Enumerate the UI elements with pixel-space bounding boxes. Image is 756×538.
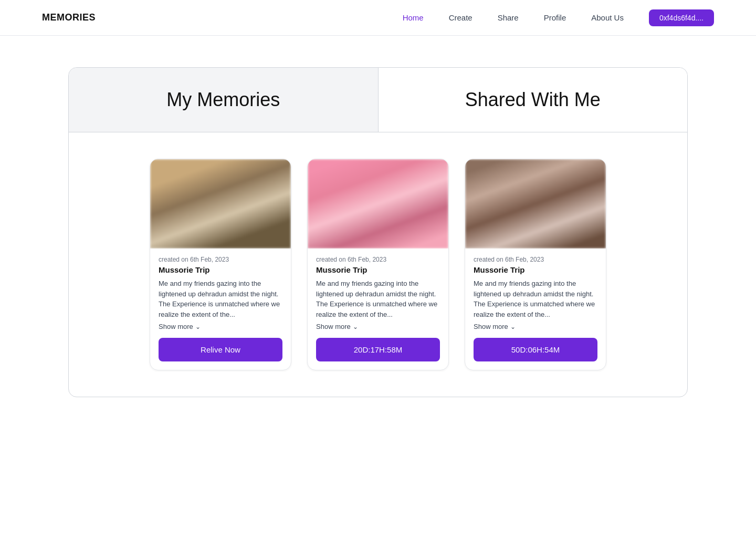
countdown-button-2[interactable]: 20D:17H:58M: [316, 338, 440, 361]
card-body-1: created on 6th Feb, 2023 Mussorie Trip M…: [150, 249, 291, 370]
wallet-button[interactable]: 0xf4ds6f4d....: [649, 9, 714, 26]
navbar: MEMORIES Home Create Share Profile About…: [0, 0, 756, 36]
card-image-wrapper-2: [308, 159, 448, 249]
card-image-1: [150, 159, 291, 249]
card-image-wrapper-3: [465, 159, 606, 249]
main-content: My Memories Shared With Me created on 6t…: [0, 36, 756, 439]
tabs-header: My Memories Shared With Me: [69, 68, 687, 132]
nav-link-profile[interactable]: Profile: [544, 13, 566, 22]
card-title-3: Mussorie Trip: [474, 265, 597, 274]
card-image-wrapper-1: [150, 159, 291, 249]
card-desc-2: Me and my friends gazing into the lighte…: [316, 278, 440, 319]
card-image-3: [465, 159, 606, 249]
tabs-wrapper: My Memories Shared With Me created on 6t…: [68, 67, 688, 397]
card-body-3: created on 6th Feb, 2023 Mussorie Trip M…: [465, 249, 606, 370]
card-date-1: created on 6th Feb, 2023: [159, 256, 282, 263]
nav-link-about[interactable]: About Us: [591, 13, 624, 22]
countdown-button-3[interactable]: 50D:06H:54M: [474, 338, 597, 361]
tab-shared-with-me[interactable]: Shared With Me: [379, 68, 688, 132]
cards-area: created on 6th Feb, 2023 Mussorie Trip M…: [69, 132, 687, 397]
tab-my-memories[interactable]: My Memories: [69, 68, 379, 132]
card-image-2: [308, 159, 448, 249]
nav-link-create[interactable]: Create: [449, 13, 472, 22]
show-more-row-2[interactable]: Show more ⌄: [316, 323, 440, 330]
card-title-2: Mussorie Trip: [316, 265, 440, 274]
memory-card-1: created on 6th Feb, 2023 Mussorie Trip M…: [150, 159, 291, 370]
show-more-text-1: Show more: [159, 323, 193, 330]
nav-link-home[interactable]: Home: [403, 13, 424, 22]
memory-card-3: created on 6th Feb, 2023 Mussorie Trip M…: [465, 159, 606, 370]
card-body-2: created on 6th Feb, 2023 Mussorie Trip M…: [308, 249, 448, 370]
nav-links: Home Create Share Profile About Us: [403, 13, 624, 22]
card-date-2: created on 6th Feb, 2023: [316, 256, 440, 263]
card-title-1: Mussorie Trip: [159, 265, 282, 274]
memory-card-2: created on 6th Feb, 2023 Mussorie Trip M…: [307, 159, 449, 370]
card-desc-1: Me and my friends gazing into the lighte…: [159, 278, 282, 319]
card-desc-3: Me and my friends gazing into the lighte…: [474, 278, 597, 319]
show-more-row-3[interactable]: Show more ⌄: [474, 323, 597, 330]
card-date-3: created on 6th Feb, 2023: [474, 256, 597, 263]
show-more-text-3: Show more: [474, 323, 508, 330]
nav-link-share[interactable]: Share: [498, 13, 519, 22]
show-more-row-1[interactable]: Show more ⌄: [159, 323, 282, 330]
show-more-text-2: Show more: [316, 323, 351, 330]
chevron-down-icon-1: ⌄: [195, 323, 201, 330]
chevron-down-icon-3: ⌄: [510, 323, 516, 330]
chevron-down-icon-2: ⌄: [353, 323, 358, 330]
relive-now-button[interactable]: Relive Now: [159, 338, 282, 361]
nav-logo: MEMORIES: [42, 12, 96, 23]
